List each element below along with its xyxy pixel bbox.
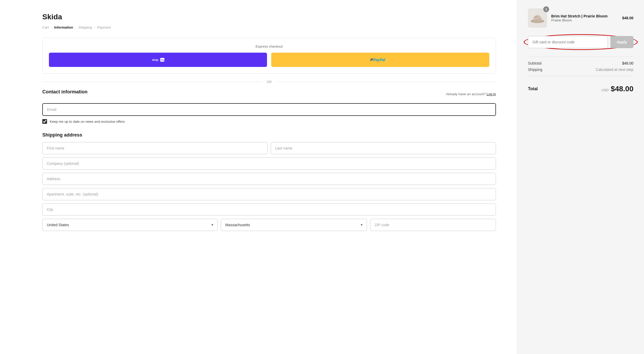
city-input[interactable] <box>42 203 496 216</box>
contact-header: Contact information Already have an acco… <box>42 89 496 99</box>
left-panel: Skida Cart › Information › Shipping › Pa… <box>0 0 517 354</box>
apply-button[interactable]: Apply <box>610 36 633 48</box>
brand-title: Skida <box>42 13 496 21</box>
right-panel: 1 Brim Hat Stretch | Prairie Bloom Prair… <box>517 0 644 354</box>
product-image-wrapper: 1 <box>528 8 547 28</box>
product-name: Brim Hat Stretch | Prairie Bloom <box>551 14 618 18</box>
breadcrumb-cart[interactable]: Cart <box>42 25 49 29</box>
location-row: United States ▼ Massachusetts ▼ <box>42 219 496 231</box>
discount-row: Apply <box>528 36 633 48</box>
or-divider: OR <box>42 80 496 84</box>
apt-input[interactable] <box>42 188 496 200</box>
discount-code-input[interactable] <box>528 36 608 48</box>
newsletter-row: Keep me up to date on news and exclusive… <box>42 119 496 124</box>
country-select[interactable]: United States <box>42 219 218 231</box>
svg-point-10 <box>539 18 540 19</box>
svg-text:shop: shop <box>152 58 158 61</box>
svg-point-9 <box>537 16 539 18</box>
shipping-value: Calculated at next step <box>596 67 633 72</box>
newsletter-label: Keep me up to date on news and exclusive… <box>50 120 125 124</box>
svg-text:P: P <box>370 58 373 62</box>
subtotal-label: Subtotal <box>528 61 541 65</box>
product-variant: Prairie Bloom <box>551 18 618 22</box>
address-input[interactable] <box>42 173 496 185</box>
breadcrumb-sep-1: › <box>51 25 52 29</box>
total-amount: USD $48.00 <box>601 85 633 93</box>
divider-1 <box>528 57 633 57</box>
login-link[interactable]: Log in <box>487 92 496 96</box>
state-select[interactable]: Massachusetts <box>221 219 367 231</box>
country-select-wrapper: United States ▼ <box>42 219 218 231</box>
email-input[interactable] <box>42 103 496 116</box>
breadcrumb-sep-2: › <box>75 25 76 29</box>
express-buttons: shop Pay P PayPal <box>49 53 489 67</box>
discount-section: Apply <box>528 34 633 50</box>
contact-section: Contact information Already have an acco… <box>42 89 496 124</box>
svg-point-11 <box>537 19 538 20</box>
newsletter-checkbox[interactable] <box>42 119 47 124</box>
svg-text:PayPal: PayPal <box>373 58 385 62</box>
shipping-section: Shipping address United States ▼ Massach… <box>42 132 496 231</box>
shoppay-logo: shop Pay <box>151 57 165 62</box>
state-select-wrapper: Massachusetts ▼ <box>221 219 367 231</box>
name-row <box>42 142 496 154</box>
subtotal-row: Subtotal $48.00 <box>528 61 633 65</box>
product-info: Brim Hat Stretch | Prairie Bloom Prairie… <box>551 14 618 22</box>
product-row: 1 Brim Hat Stretch | Prairie Bloom Prair… <box>528 8 633 28</box>
shipping-section-title: Shipping address <box>42 132 496 138</box>
zip-input[interactable] <box>370 219 496 231</box>
login-link-text: Already have an account? Log in <box>446 92 496 96</box>
express-checkout-title: Express checkout <box>49 44 489 48</box>
total-value: $48.00 <box>611 85 633 93</box>
last-name-input[interactable] <box>271 142 496 154</box>
product-quantity-badge: 1 <box>543 6 549 12</box>
express-checkout-section: Express checkout shop Pay P PayPal <box>42 38 496 74</box>
product-price: $48.00 <box>622 16 633 20</box>
product-hat-svg <box>530 12 545 24</box>
breadcrumb-sep-3: › <box>94 25 95 29</box>
shipping-row: Shipping Calculated at next step <box>528 67 633 72</box>
subtotal-value: $48.00 <box>622 61 633 65</box>
breadcrumb-shipping[interactable]: Shipping <box>79 25 92 29</box>
shipping-label: Shipping <box>528 67 542 72</box>
divider-2 <box>528 76 633 76</box>
paypal-button[interactable]: P PayPal <box>271 53 489 67</box>
shoppay-button[interactable]: shop Pay <box>49 53 267 67</box>
or-label: OR <box>266 80 272 84</box>
first-name-input[interactable] <box>42 142 268 154</box>
total-currency: USD <box>601 88 609 92</box>
total-label: Total <box>528 87 538 91</box>
breadcrumb: Cart › Information › Shipping › Payment <box>42 25 496 29</box>
contact-section-title: Contact information <box>42 89 88 95</box>
total-row: Total USD $48.00 <box>528 80 633 93</box>
breadcrumb-payment[interactable]: Payment <box>97 25 111 29</box>
svg-point-8 <box>536 17 537 19</box>
paypal-logo: P PayPal <box>370 57 391 63</box>
breadcrumb-information[interactable]: Information <box>54 25 73 29</box>
company-input[interactable] <box>42 157 496 170</box>
svg-text:Pay: Pay <box>161 59 165 61</box>
